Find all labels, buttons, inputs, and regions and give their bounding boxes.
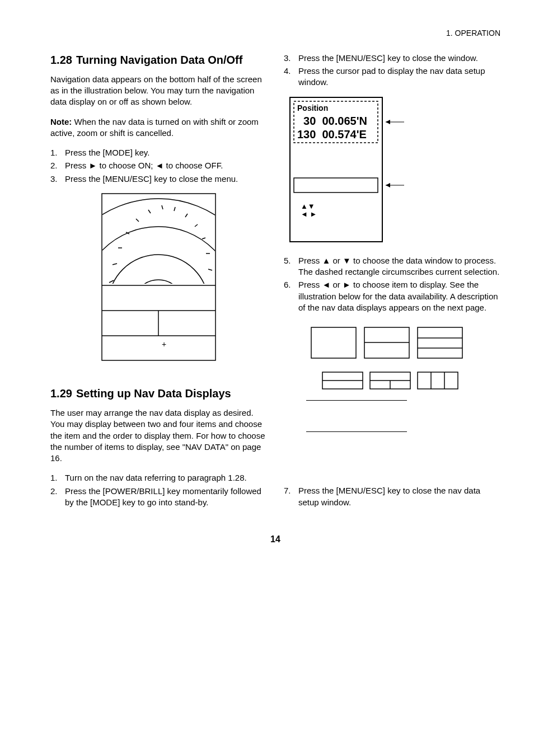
svg-text:◄ ►: ◄ ► [301, 210, 317, 218]
svg-line-11 [148, 210, 151, 213]
right-steps-mid: 5.Press ▲ or ▼ to choose the data window… [284, 255, 500, 313]
svg-rect-36 [311, 327, 356, 358]
svg-point-3 [101, 227, 216, 361]
step-number: 2. [50, 160, 65, 171]
step-text: Press the [MODE] key. [65, 147, 267, 158]
note-text: When the nav data is turned on with shif… [50, 117, 259, 138]
svg-rect-29 [294, 178, 378, 192]
svg-marker-35 [386, 183, 390, 187]
section-128-steps: 1.Press the [MODE] key. 2.Press ► to cho… [50, 147, 267, 185]
right-steps-bottom: 7.Press the [MENU/ESC] key to close the … [284, 485, 500, 508]
svg-text:Position: Position [297, 104, 328, 112]
right-column: 3.Press the [MENU/ESC] key to close the … [284, 53, 500, 516]
step-text: Press the [POWER/BRILL] key momentarily … [65, 486, 267, 509]
left-column: 1.28Turning Navigation Data On/Off Navig… [50, 53, 267, 516]
right-steps-top: 3.Press the [MENU/ESC] key to close the … [284, 53, 500, 88]
section-128-note: Note: When the nav data is turned on wit… [50, 116, 267, 139]
nav-data-setup-figure: Position 30 00.065'N 130 00.574'E ▲▼ ◄ ► [289, 97, 500, 245]
list-item: 3.Press the [MENU/ESC] key to close the … [50, 173, 267, 185]
nav-boxes-figure [284, 325, 500, 400]
box-layouts-illustration [306, 325, 479, 397]
svg-line-6 [109, 280, 114, 283]
svg-line-18 [208, 269, 212, 270]
section-129-heading: 1.29Setting up Nav Data Displays [50, 386, 267, 401]
step-text: Press ► to choose ON; ◄ to choose OFF. [65, 160, 267, 171]
section-129-number: 1.29 [50, 386, 76, 401]
list-item: 1.Press the [MODE] key. [50, 147, 267, 158]
step-number: 2. [50, 486, 65, 509]
svg-line-12 [162, 205, 163, 209]
svg-line-13 [174, 207, 175, 211]
list-item: 2.Press the [POWER/BRILL] key momentaril… [50, 486, 267, 509]
section-129-steps: 1.Turn on the nav data referring to para… [50, 472, 267, 508]
svg-marker-33 [386, 120, 390, 124]
svg-text:30  00.065'N: 30 00.065'N [297, 115, 367, 127]
list-item: 7.Press the [MENU/ESC] key to close the … [284, 485, 500, 508]
setup-window-illustration: Position 30 00.065'N 130 00.574'E ▲▼ ◄ ► [289, 97, 407, 242]
page-number: 14 [50, 533, 500, 546]
section-129-title: Setting up Nav Data Displays [76, 386, 231, 401]
step-number: 3. [284, 53, 298, 64]
svg-line-16 [202, 238, 205, 239]
section-128-title: Turning Navigation Data On/Off [76, 53, 242, 67]
section-128-intro: Navigation data appears on the bottom ha… [50, 74, 267, 108]
svg-line-15 [195, 224, 198, 227]
separator-line [306, 400, 407, 401]
svg-text:130  00.574'E: 130 00.574'E [297, 128, 367, 140]
svg-text:+: + [162, 340, 166, 349]
radar-figure: + [50, 193, 267, 364]
step-text: Turn on the nav data referring to paragr… [65, 472, 267, 483]
section-128-heading: 1.28Turning Navigation Data On/Off [50, 53, 267, 67]
svg-point-4 [108, 255, 209, 355]
step-number: 7. [284, 485, 298, 508]
svg-rect-47 [418, 372, 458, 389]
svg-line-7 [113, 264, 117, 265]
step-number: 1. [50, 472, 65, 483]
list-item: 4.Press the cursor pad to display the na… [284, 65, 500, 88]
step-text: Press the [MENU/ESC] key to close the wi… [298, 53, 500, 64]
step-text: Press the [MENU/ESC] key to close the na… [298, 485, 500, 508]
step-text: Press ▲ or ▼ to choose the data window t… [298, 255, 500, 278]
chapter-header: 1. OPERATION [50, 28, 500, 39]
svg-line-14 [185, 214, 188, 217]
svg-line-10 [136, 219, 139, 222]
step-number: 3. [50, 173, 65, 185]
separator-line [306, 431, 407, 432]
step-text: Press the cursor pad to display the nav … [298, 65, 500, 88]
list-item: 3.Press the [MENU/ESC] key to close the … [284, 53, 500, 64]
svg-rect-39 [418, 327, 462, 358]
step-number: 5. [284, 255, 298, 278]
step-text: Press the [MENU/ESC] key to close the me… [65, 173, 267, 185]
step-number: 1. [50, 147, 65, 158]
list-item: 1.Turn on the nav data referring to para… [50, 472, 267, 483]
section-129-intro: The user may arrange the nav data displa… [50, 407, 267, 464]
radar-illustration: + [101, 193, 216, 361]
svg-text:▲▼: ▲▼ [301, 202, 315, 210]
list-item: 2.Press ► to choose ON; ◄ to choose OFF. [50, 160, 267, 171]
list-item: 5.Press ▲ or ▼ to choose the data window… [284, 255, 500, 278]
step-number: 6. [284, 279, 298, 313]
step-number: 4. [284, 65, 298, 88]
note-label: Note: [50, 117, 72, 126]
step-text: Press ◄ or ► to choose item to display. … [298, 279, 500, 313]
section-128-number: 1.28 [50, 53, 76, 67]
list-item: 6.Press ◄ or ► to choose item to display… [284, 279, 500, 313]
